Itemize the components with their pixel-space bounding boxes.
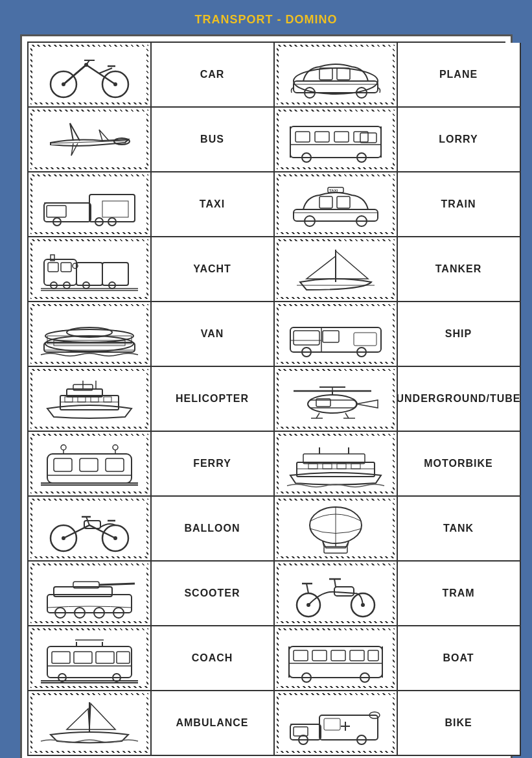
svg-rect-41 xyxy=(319,196,332,208)
svg-rect-112 xyxy=(308,464,318,469)
svg-line-94 xyxy=(316,413,319,418)
cell-row8-text1: SCOOTER xyxy=(152,562,275,626)
cell-row6-img1 xyxy=(29,432,152,497)
cell-row9-text2: BOAT xyxy=(398,626,521,691)
svg-rect-100 xyxy=(80,458,98,471)
svg-line-6 xyxy=(64,65,86,84)
page: TRANSPORT - DOMINO CAR PLANE BUS xyxy=(13,13,519,758)
svg-rect-51 xyxy=(48,263,58,272)
cell-row5-img2 xyxy=(275,367,398,432)
svg-rect-81 xyxy=(65,397,73,402)
cell-row1-img1 xyxy=(29,108,152,172)
svg-rect-160 xyxy=(294,650,308,661)
svg-rect-149 xyxy=(96,652,114,663)
svg-rect-70 xyxy=(294,331,319,345)
cell-row8-img1 xyxy=(29,562,152,626)
cell-row8-text2: TRAM xyxy=(398,562,521,626)
cell-row10-text2: BIKE xyxy=(398,691,521,756)
svg-rect-150 xyxy=(117,652,130,663)
svg-rect-40 xyxy=(294,209,378,221)
svg-line-127 xyxy=(323,541,324,547)
svg-line-5 xyxy=(86,65,115,84)
cell-row8-img2 xyxy=(275,562,398,626)
svg-rect-84 xyxy=(104,397,111,402)
svg-rect-147 xyxy=(52,652,70,663)
svg-rect-16 xyxy=(319,68,332,80)
cell-row4-text2: SHIP xyxy=(398,302,521,367)
cell-row6-text1: FERRY xyxy=(152,432,275,497)
svg-rect-83 xyxy=(91,397,98,402)
svg-text:TAXI: TAXI xyxy=(329,189,338,193)
svg-rect-170 xyxy=(319,715,378,740)
svg-rect-17 xyxy=(337,68,350,80)
cell-row9-text1: COACH xyxy=(152,626,275,691)
cell-row3-img2 xyxy=(275,237,398,302)
cell-row10-img1 xyxy=(29,691,152,756)
svg-rect-23 xyxy=(315,132,329,142)
cell-row9-img2 xyxy=(275,626,398,691)
cell-row4-img1 xyxy=(29,302,152,367)
cell-row5-text2: UNDERGROUND/TUBE xyxy=(398,367,521,432)
svg-rect-163 xyxy=(350,650,364,661)
svg-rect-114 xyxy=(337,464,346,469)
svg-point-11 xyxy=(84,63,88,67)
cell-row4-img2 xyxy=(275,302,398,367)
svg-rect-99 xyxy=(54,458,72,471)
cell-row3-img1 xyxy=(29,237,152,302)
svg-rect-75 xyxy=(354,333,376,346)
svg-rect-164 xyxy=(368,650,378,661)
svg-rect-178 xyxy=(324,718,340,730)
svg-rect-88 xyxy=(308,400,356,408)
cell-row0-img2 xyxy=(275,43,398,108)
cell-row1-img2 xyxy=(275,108,398,172)
svg-rect-148 xyxy=(74,652,92,663)
svg-rect-50 xyxy=(102,263,128,285)
cell-row9-img1 xyxy=(29,626,152,691)
svg-line-128 xyxy=(347,541,349,547)
svg-point-105 xyxy=(61,445,66,450)
svg-rect-131 xyxy=(47,595,132,613)
cell-row7-text1: BALLOON xyxy=(152,497,275,562)
svg-rect-22 xyxy=(295,132,310,142)
svg-rect-143 xyxy=(334,587,354,596)
cell-row3-text1: YACHT xyxy=(152,237,275,302)
domino-container: CAR PLANE BUS LORRY xyxy=(20,34,513,758)
cell-row7-text2: TANK xyxy=(398,497,521,562)
svg-rect-82 xyxy=(78,397,86,402)
cell-row6-img2 xyxy=(275,432,398,497)
cell-row5-img1 xyxy=(29,367,152,432)
svg-rect-71 xyxy=(323,331,339,342)
cell-row7-img2 xyxy=(275,497,398,562)
svg-rect-24 xyxy=(334,132,349,142)
cell-row1-text1: BUS xyxy=(152,108,275,172)
cell-row2-text2: TRAIN xyxy=(398,172,521,237)
svg-rect-172 xyxy=(294,727,308,736)
svg-point-107 xyxy=(113,445,118,450)
page-title: TRANSPORT - DOMINO xyxy=(195,13,338,27)
cell-row2-img2: TAXI xyxy=(275,172,398,237)
cell-row1-text2: LORRY xyxy=(398,108,521,172)
cell-row3-text2: TANKER xyxy=(398,237,521,302)
svg-rect-39 xyxy=(102,201,128,217)
svg-rect-52 xyxy=(61,263,71,272)
svg-rect-161 xyxy=(312,650,327,661)
svg-line-134 xyxy=(99,584,135,585)
svg-rect-101 xyxy=(106,458,124,471)
svg-rect-34 xyxy=(47,206,66,217)
svg-point-87 xyxy=(308,395,357,413)
svg-rect-113 xyxy=(323,464,332,469)
cell-row5-text1: HELICOPTER xyxy=(152,367,275,432)
cell-row0-img1 xyxy=(29,43,152,108)
cell-row2-text1: TAXI xyxy=(152,172,275,237)
cell-row10-text1: AMBULANCE xyxy=(152,691,275,756)
svg-line-95 xyxy=(345,413,349,418)
svg-rect-162 xyxy=(331,650,345,661)
cell-row10-img2 xyxy=(275,691,398,756)
svg-rect-115 xyxy=(351,464,360,469)
cell-row2-img1 xyxy=(29,172,152,237)
svg-rect-146 xyxy=(47,646,132,678)
cell-row6-text2: MOTORBIKE xyxy=(398,432,521,497)
svg-rect-49 xyxy=(76,263,102,285)
cell-row4-text1: VAN xyxy=(152,302,275,367)
svg-rect-77 xyxy=(60,396,119,410)
